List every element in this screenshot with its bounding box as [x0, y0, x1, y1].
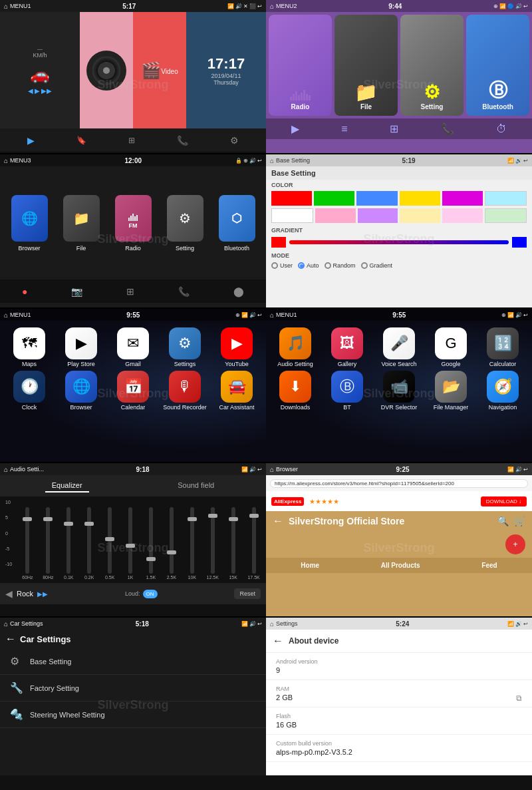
- eq-reset-button[interactable]: Reset: [234, 588, 261, 599]
- eq-track-60hz[interactable]: [25, 507, 29, 574]
- bt-app[interactable]: Ⓑ BT: [323, 371, 371, 411]
- maps-app[interactable]: 🗺 Maps: [5, 327, 53, 367]
- color-magenta[interactable]: [442, 191, 483, 206]
- ali-cart-icon[interactable]: 🛒: [514, 516, 525, 526]
- audio-setting-app[interactable]: 🎵 Audio Setting: [271, 327, 319, 367]
- dvr-app[interactable]: 📹 DVR Selector: [375, 371, 423, 411]
- eq-track-15k[interactable]: [149, 507, 153, 574]
- mode-random-radio[interactable]: [325, 262, 331, 269]
- screen-icon[interactable]: ⬛: [249, 3, 256, 9]
- gradient-start-color[interactable]: [271, 237, 286, 248]
- eq-track-02k[interactable]: [87, 507, 91, 574]
- rec2-icon-p3[interactable]: 📷: [65, 286, 89, 297]
- eq-track-15k2[interactable]: [231, 507, 235, 574]
- grid-icon[interactable]: ⊞: [128, 136, 135, 145]
- equalizer-icon-p2[interactable]: ≡: [341, 123, 347, 135]
- google-app[interactable]: G Google: [427, 327, 475, 367]
- rec-icon-p3[interactable]: ●: [15, 286, 34, 297]
- next-icon[interactable]: ▶▶: [41, 87, 52, 95]
- ali-back-icon[interactable]: ←: [273, 515, 283, 527]
- ad-back-icon[interactable]: ←: [273, 635, 283, 647]
- circle-icon-p3[interactable]: ⬤: [227, 286, 251, 297]
- mode-user-radio[interactable]: [271, 262, 278, 269]
- eq-next-icon[interactable]: ▶▶: [37, 590, 48, 598]
- home-icon-p7[interactable]: ⌂: [4, 466, 8, 473]
- carassist-app[interactable]: 🚘 Car Assistant: [213, 371, 261, 411]
- home-icon-p4[interactable]: ⌂: [270, 157, 274, 164]
- p3-setting-app[interactable]: ⚙ Setting: [167, 195, 203, 252]
- eq-track-1k[interactable]: [128, 507, 132, 574]
- eq-tab-soundfield[interactable]: Sound field: [171, 479, 221, 493]
- back-p8[interactable]: ↩: [523, 467, 528, 473]
- prev-icon[interactable]: ◀: [28, 87, 33, 95]
- ali-fab-button[interactable]: +: [505, 534, 525, 554]
- eq-tab-equalizer[interactable]: Equalizer: [45, 479, 89, 493]
- color-white[interactable]: [271, 208, 313, 223]
- mode-random[interactable]: Random: [325, 262, 356, 269]
- color-red[interactable]: [271, 191, 312, 206]
- clock-app[interactable]: 🕐 Clock: [5, 371, 53, 411]
- gradient-end-color[interactable]: [512, 237, 527, 248]
- playstore-app[interactable]: ▶ Play Store: [57, 327, 105, 367]
- ali-download-button[interactable]: DOWNLOAD ↓: [481, 496, 527, 506]
- gradient-slider[interactable]: [289, 240, 509, 244]
- gallery-app[interactable]: 🖼 Gallery: [323, 327, 371, 367]
- color-purple[interactable]: [358, 208, 398, 223]
- color-pink[interactable]: [315, 208, 356, 223]
- color-blue[interactable]: [356, 191, 397, 206]
- phone-icon-p2[interactable]: 📞: [441, 122, 454, 135]
- p2-file-tile[interactable]: 📁 File: [334, 15, 398, 116]
- eq-track-125k[interactable]: [211, 507, 215, 574]
- ali-tab-home[interactable]: Home: [301, 562, 319, 569]
- calculator-app[interactable]: 🔢 Calculator: [479, 327, 527, 367]
- eq-track-80hz[interactable]: [46, 507, 50, 574]
- recorder-app[interactable]: 🎙 Sound Recorder: [161, 371, 209, 411]
- back-p4[interactable]: ↩: [523, 158, 528, 164]
- color-light-pink[interactable]: [442, 208, 483, 223]
- p3-file-app[interactable]: 📁 File: [63, 195, 100, 252]
- time-icon-p2[interactable]: ⏱: [496, 123, 507, 135]
- cs-factory-setting[interactable]: 🔧 Factory Setting: [0, 675, 266, 701]
- back-p6[interactable]: ↩: [523, 312, 528, 318]
- back-icon[interactable]: ↩: [257, 3, 262, 9]
- navigation-app[interactable]: 🧭 Navigation: [479, 371, 527, 411]
- grid-icon-p3[interactable]: ⊞: [120, 286, 141, 297]
- ali-tab-feed[interactable]: Feed: [481, 562, 497, 569]
- eq-track-05k[interactable]: [108, 507, 112, 574]
- youtube-app[interactable]: ▶ YouTube: [213, 327, 261, 367]
- play-icon[interactable]: ▶: [35, 87, 40, 95]
- ali-tab-products[interactable]: All Products: [381, 562, 420, 569]
- p3-radio-app[interactable]: FM Radio: [115, 195, 152, 252]
- url-display[interactable]: https://m.aliexpress.com/store/v3/home.h…: [270, 479, 528, 488]
- p2-bt-tile[interactable]: Ⓑ Bluetooth: [466, 15, 529, 116]
- color-light-green[interactable]: [485, 208, 527, 223]
- eq-track-25k[interactable]: [170, 507, 174, 574]
- back-p9[interactable]: ↩: [257, 621, 262, 627]
- cs-back-icon[interactable]: ←: [5, 633, 16, 645]
- mode-user[interactable]: User: [271, 262, 293, 269]
- p2-radio-tile[interactable]: Radio: [269, 15, 332, 116]
- phone-icon-p3[interactable]: 📞: [172, 286, 196, 297]
- p3-bt-app[interactable]: ⬡ Bluetooth: [219, 195, 255, 252]
- gmail-app[interactable]: ✉ Gmail: [109, 327, 157, 367]
- cs-steering-setting[interactable]: 🔩 Steering Wheel Setting: [0, 701, 266, 728]
- back-p5[interactable]: ↩: [257, 312, 262, 318]
- nav-arrow-p2[interactable]: ▶: [291, 122, 299, 135]
- eq-track-01k[interactable]: [66, 507, 70, 574]
- color-green[interactable]: [314, 191, 354, 206]
- color-yellow[interactable]: [400, 191, 440, 206]
- nav-arrow-icon[interactable]: ▶: [27, 135, 35, 146]
- eq-track-175k[interactable]: [252, 507, 256, 574]
- downloads-app[interactable]: ⬇ Downloads: [271, 371, 319, 411]
- close-icon[interactable]: ✕: [243, 3, 248, 9]
- p1-video-panel[interactable]: 🎬 Video: [133, 12, 186, 128]
- home-icon-p5[interactable]: ⌂: [4, 311, 8, 319]
- mode-gradient-radio[interactable]: [361, 262, 368, 269]
- back-icon-p3[interactable]: ↩: [257, 158, 262, 164]
- settings-app[interactable]: ⚙ Settings: [161, 327, 209, 367]
- home-icon-p10[interactable]: ⌂: [270, 620, 274, 628]
- p3-browser-app[interactable]: 🌐 Browser: [11, 195, 48, 252]
- settings-icon[interactable]: ⚙: [230, 135, 239, 146]
- mode-gradient[interactable]: Gradient: [361, 262, 393, 269]
- back-icon-p2[interactable]: ↩: [523, 3, 528, 9]
